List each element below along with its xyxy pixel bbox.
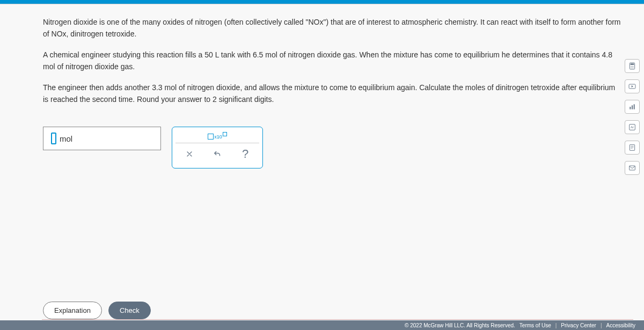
text: of nitrogen dioxide gas. (55, 62, 135, 71)
accessibility-link[interactable]: Accessibility (606, 322, 635, 328)
answer-cursor (51, 133, 56, 144)
svg-point-4 (633, 66, 633, 67)
bar-chart-icon (628, 102, 636, 111)
sci-exponent-icon (223, 132, 227, 136)
text: tank with (219, 50, 253, 59)
undo-button[interactable] (207, 146, 228, 162)
svg-point-7 (633, 68, 633, 68)
chem-formula: NOx (308, 18, 323, 26)
answer-unit-label: mol (60, 134, 72, 143)
svg-point-3 (632, 66, 632, 67)
mail-icon (628, 164, 636, 172)
check-button[interactable]: Check (108, 302, 151, 319)
periodic-table-button[interactable]: Ar (625, 120, 640, 134)
email-button[interactable] (625, 161, 640, 175)
sci-x10-label: x10 (214, 134, 222, 140)
value-volume: 50 L (204, 50, 219, 59)
book-icon (628, 143, 636, 152)
answer-row: mol x10 ? (43, 127, 623, 168)
text: , dinitrogen tetroxide. (67, 30, 137, 38)
svg-rect-9 (630, 107, 631, 109)
answer-input-box[interactable]: mol (43, 127, 161, 150)
tool-row-actions: ? (175, 143, 259, 165)
question-paragraph-2: A chemical engineer studying this reacti… (43, 49, 623, 73)
clear-button[interactable] (179, 146, 200, 162)
video-button[interactable] (625, 79, 640, 93)
explanation-button[interactable]: Explanation (43, 302, 102, 319)
svg-point-2 (631, 66, 631, 67)
stats-button[interactable] (625, 100, 640, 114)
text: Nitrogen dioxide is one of the many oxid… (43, 18, 308, 26)
text: significant digits. (217, 95, 274, 104)
copyright-text: © 2022 McGraw Hill LLC. All Rights Reser… (405, 322, 515, 328)
x-icon (185, 150, 194, 158)
separator: | (555, 322, 557, 328)
text: The engineer then adds another (43, 83, 152, 92)
question-paragraph-1: Nitrogen dioxide is one of the many oxid… (43, 16, 623, 40)
side-tool-panel: Ar (625, 59, 640, 175)
privacy-link[interactable]: Privacy Center (561, 322, 596, 328)
text: of nitrogen dioxide gas. When the mixtur… (277, 50, 602, 59)
input-tool-panel: x10 ? (172, 127, 263, 168)
scientific-notation-button[interactable]: x10 (208, 134, 227, 140)
play-icon (628, 82, 636, 91)
calculator-icon (628, 62, 636, 70)
value-mol: 3.3 mol (152, 83, 177, 92)
svg-text:Ar: Ar (631, 126, 634, 129)
svg-point-5 (631, 68, 631, 68)
top-accent-bar (0, 0, 644, 4)
element-icon: Ar (628, 123, 636, 131)
footer-divider (42, 319, 633, 320)
help-button[interactable]: ? (235, 146, 256, 162)
undo-icon (213, 149, 222, 159)
tool-row-sci: x10 (175, 130, 259, 143)
terms-link[interactable]: Terms of Use (519, 322, 551, 328)
page-footer: © 2022 McGraw Hill LLC. All Rights Reser… (0, 320, 644, 330)
separator: | (601, 322, 602, 328)
svg-rect-18 (630, 166, 635, 170)
svg-rect-10 (632, 105, 633, 109)
svg-rect-14 (630, 145, 634, 151)
question-mark-icon: ? (242, 147, 248, 161)
question-content: Nitrogen dioxide is one of the many oxid… (43, 5, 623, 168)
calculator-button[interactable] (625, 59, 640, 73)
text: A chemical engineer studying this reacti… (43, 50, 204, 59)
value-sigfig: 2 (213, 95, 217, 104)
action-button-bar: Explanation Check (43, 302, 151, 319)
reference-button[interactable] (625, 141, 640, 155)
value-mol: 6.5 mol (253, 50, 277, 59)
svg-point-6 (632, 68, 632, 68)
question-paragraph-3: The engineer then adds another 3.3 mol o… (43, 82, 623, 106)
svg-rect-11 (634, 104, 635, 109)
svg-rect-1 (631, 63, 634, 65)
sci-mantissa-icon (208, 134, 214, 140)
chem-formula: NOx (52, 30, 67, 38)
